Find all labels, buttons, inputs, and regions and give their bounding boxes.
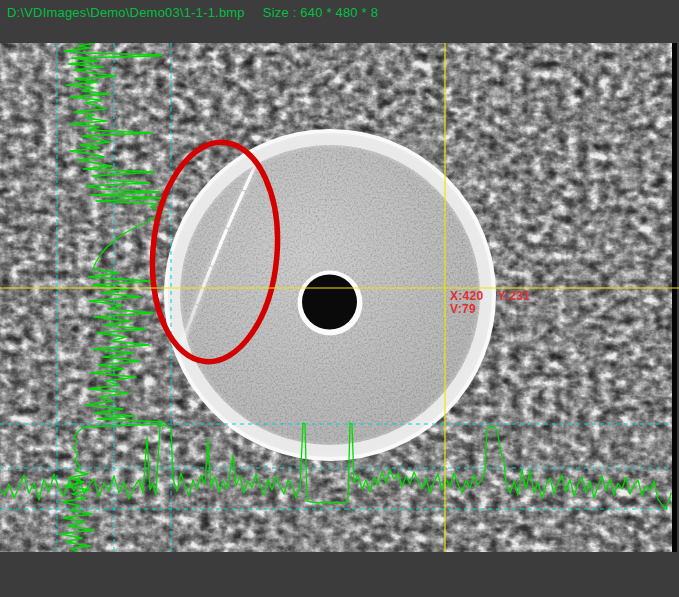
cursor-readout-value: V:79	[450, 303, 530, 316]
image-viewport[interactable]: X:420Y:231 V:79	[0, 43, 679, 552]
cursor-readout: X:420Y:231 V:79	[450, 290, 530, 316]
washer-hole	[302, 275, 357, 330]
right-black-strip	[672, 43, 677, 552]
image-size-label: Size : 640 * 480 * 8	[263, 5, 378, 20]
title-bar: D:\VDImages\Demo\Demo03\1-1-1.bmpSize : …	[0, 0, 679, 43]
bottom-bar	[0, 552, 679, 597]
cursor-value-label: V:79	[450, 302, 476, 316]
file-path-label: D:\VDImages\Demo\Demo03\1-1-1.bmp	[7, 5, 245, 20]
background-highlight-speck	[146, 431, 149, 434]
cursor-y-label: Y:231	[498, 289, 531, 303]
background-highlight-speck	[18, 85, 23, 90]
background-highlight-speck	[61, 202, 65, 206]
app-window: D:\VDImages\Demo\Demo03\1-1-1.bmpSize : …	[0, 0, 679, 597]
camera-image	[0, 43, 679, 552]
inspection-canvas	[0, 43, 679, 552]
cursor-x-label: X:420	[450, 289, 484, 303]
